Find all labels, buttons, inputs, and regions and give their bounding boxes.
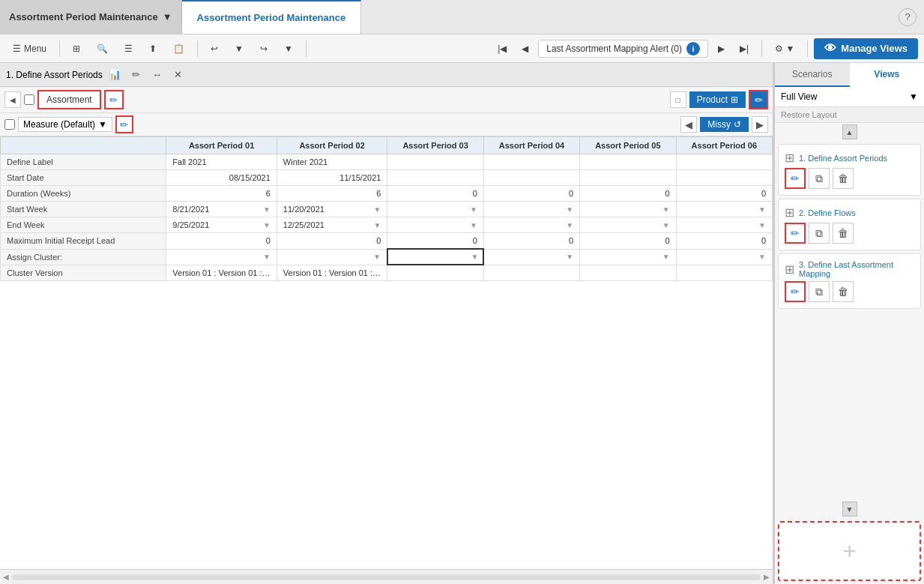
cell-03-02[interactable]: 6 — [277, 186, 387, 202]
scroll-down-button[interactable]: ▼ — [842, 502, 857, 517]
tab-scenarios[interactable]: Scenarios — [775, 63, 850, 85]
view-edit-button-2[interactable]: ✏ — [785, 223, 806, 244]
cell-08-02[interactable]: Version 01 : Version 01 : 01 Jan 2022... — [277, 265, 387, 280]
list-view-button[interactable]: ☰ — [118, 40, 139, 57]
measure-select[interactable]: Measure (Default) ▼ — [18, 117, 112, 132]
period-nav-next[interactable]: ▶ — [752, 116, 768, 133]
cell-05-06[interactable]: ▼ — [676, 217, 772, 233]
help-button[interactable]: ? — [899, 8, 917, 26]
cell-07-04[interactable]: ▼ — [483, 249, 579, 265]
measure-checkbox[interactable] — [4, 119, 15, 130]
cell-01-04[interactable] — [483, 154, 579, 170]
product-edit-button[interactable]: ✏ — [749, 90, 768, 109]
nav-last-button[interactable]: ▶| — [733, 40, 755, 57]
close-icon-button[interactable]: ✕ — [170, 67, 187, 83]
view-edit-button-1[interactable]: ✏ — [785, 168, 806, 189]
cell-03-01[interactable]: 6 — [166, 186, 277, 202]
scroll-up-button[interactable]: ▲ — [842, 124, 857, 139]
cell-06-01[interactable]: 0 — [166, 233, 277, 250]
chart-icon-button[interactable]: 📊 — [107, 67, 124, 83]
cell-07-05[interactable]: ▼ — [580, 249, 676, 265]
active-tab[interactable]: Assortment Period Maintenance — [182, 0, 362, 34]
cell-02-02[interactable]: 11/15/2021 — [277, 170, 387, 186]
cell-02-01[interactable]: 08/15/2021 — [166, 170, 277, 186]
cell-05-05[interactable]: ▼ — [580, 217, 676, 233]
tab-views[interactable]: Views — [850, 63, 925, 87]
cell-08-01[interactable]: Version 01 : Version 01 : 01 Jan 2022... — [166, 265, 277, 280]
view-delete-button-1[interactable]: 🗑 — [833, 168, 854, 189]
cell-05-03[interactable]: ▼ — [387, 217, 483, 233]
horizontal-scrollbar[interactable]: ◀ ▶ — [0, 569, 773, 584]
cell-06-05[interactable]: 0 — [580, 233, 676, 250]
nav-prev-button[interactable]: ◀ — [515, 40, 535, 57]
cell-04-02[interactable]: 11/20/2021▼ — [277, 202, 387, 217]
cell-03-04[interactable]: 0 — [483, 186, 579, 202]
collapse-right-button[interactable]: □ — [670, 91, 686, 108]
cell-07-03[interactable]: ▼ — [387, 249, 483, 265]
manage-views-button[interactable]: 👁 Manage Views — [814, 38, 918, 59]
undo-button[interactable]: ↩ — [204, 40, 225, 57]
cell-02-03[interactable] — [387, 170, 483, 186]
alert-info-icon[interactable]: i — [686, 42, 700, 55]
measure-edit-button[interactable]: ✏ — [115, 115, 133, 133]
cell-06-03[interactable]: 0 — [387, 233, 483, 250]
view-copy-button-3[interactable]: ⧉ — [809, 281, 830, 302]
product-button[interactable]: Product ⊞ — [689, 91, 746, 108]
cell-03-05[interactable]: 0 — [580, 186, 676, 202]
cell-06-02[interactable]: 0 — [277, 233, 387, 250]
view-edit-button-3[interactable]: ✏ — [785, 281, 806, 302]
cell-08-06[interactable] — [676, 265, 772, 280]
cell-02-05[interactable] — [580, 170, 676, 186]
cell-04-06[interactable]: ▼ — [676, 202, 772, 217]
cell-07-02[interactable]: ▼ — [277, 249, 387, 265]
edit-icon-button[interactable]: ✏ — [128, 67, 145, 83]
cell-08-04[interactable] — [483, 265, 579, 280]
cell-08-03[interactable] — [387, 265, 483, 280]
cell-03-03[interactable]: 0 — [387, 186, 483, 202]
cell-04-03[interactable]: ▼ — [387, 202, 483, 217]
nav-next-button[interactable]: ▶ — [711, 40, 731, 57]
cell-02-06[interactable] — [676, 170, 772, 186]
cell-07-06[interactable]: ▼ — [676, 249, 772, 265]
nav-first-button[interactable]: |◀ — [491, 40, 513, 57]
cell-01-05[interactable] — [580, 154, 676, 170]
cell-06-06[interactable]: 0 — [676, 233, 772, 250]
view-copy-button-1[interactable]: ⧉ — [809, 168, 830, 189]
redo-dropdown[interactable]: ▼ — [277, 40, 300, 57]
cell-03-06[interactable]: 0 — [676, 186, 772, 202]
assortment-checkbox[interactable] — [24, 94, 34, 105]
cell-05-02[interactable]: 12/25/2021▼ — [277, 217, 387, 233]
cell-02-04[interactable] — [483, 170, 579, 186]
cell-01-01[interactable]: Fall 2021 — [166, 154, 277, 170]
assortment-button[interactable]: Assortment — [37, 90, 101, 109]
cell-04-04[interactable]: ▼ — [483, 202, 579, 217]
cell-01-06[interactable] — [676, 154, 772, 170]
resize-icon-button[interactable]: ↔ — [149, 67, 166, 83]
period-nav-prev[interactable]: ◀ — [680, 116, 697, 133]
view-delete-button-2[interactable]: 🗑 — [833, 223, 854, 244]
missy-button[interactable]: Missy ↺ — [700, 117, 749, 132]
cell-04-01[interactable]: 8/21/2021▼ — [166, 202, 277, 217]
cell-01-02[interactable]: Winter 2021 — [277, 154, 387, 170]
upload-button[interactable]: ⬆ — [142, 40, 163, 57]
settings-button[interactable]: ⚙ ▼ — [768, 40, 801, 57]
menu-button[interactable]: ☰ Menu — [6, 40, 53, 57]
view-copy-button-2[interactable]: ⧉ — [809, 223, 830, 244]
cell-05-01[interactable]: 9/25/2021▼ — [166, 217, 277, 233]
full-view-dropdown[interactable]: Full View ▼ — [775, 87, 924, 107]
collapse-left-button[interactable]: ◀ — [4, 91, 21, 108]
cell-06-04[interactable]: 0 — [483, 233, 579, 250]
view-delete-button-3[interactable]: 🗑 — [833, 281, 854, 302]
grid-view-button[interactable]: ⊞ — [66, 40, 87, 57]
cell-05-04[interactable]: ▼ — [483, 217, 579, 233]
download-button[interactable]: 📋 — [166, 40, 191, 57]
cell-04-05[interactable]: ▼ — [580, 202, 676, 217]
search-button[interactable]: 🔍 — [90, 40, 115, 57]
assortment-edit-button[interactable]: ✏ — [104, 90, 124, 109]
undo-dropdown[interactable]: ▼ — [228, 40, 250, 57]
redo-button[interactable]: ↪ — [253, 40, 274, 57]
cell-01-03[interactable] — [387, 154, 483, 170]
cell-08-05[interactable] — [580, 265, 676, 280]
cell-07-01[interactable]: ▼ — [166, 249, 277, 265]
add-new-view-button[interactable]: + — [778, 521, 921, 581]
